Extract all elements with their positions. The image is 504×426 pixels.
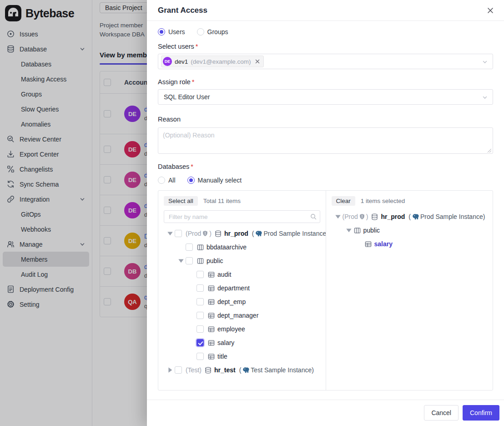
tree-item-label: public [207, 257, 223, 264]
schema-icon [197, 243, 204, 251]
chevron-down-icon [482, 94, 488, 101]
target-tree-item-salary[interactable]: salary [332, 237, 488, 251]
target-tree-item-public[interactable]: public [332, 223, 488, 237]
database-icon [214, 230, 222, 238]
schema-icon [353, 227, 361, 234]
total-items-count: Total 11 items [203, 198, 241, 204]
shield-icon [202, 230, 208, 237]
reason-field-wrap [158, 127, 493, 156]
tree-checkbox[interactable] [197, 298, 204, 305]
database-transfer: Select all Total 11 items (Prod)hr_prod(… [158, 190, 493, 390]
clear-button[interactable]: Clear [332, 196, 355, 206]
source-database-tree: (Prod)hr_prod(Prod Sample Instance)bbdat… [164, 227, 320, 377]
tree-checkbox[interactable] [197, 339, 204, 346]
tree-item-label: department [217, 284, 250, 292]
principal-radio-groups[interactable]: Groups [197, 28, 228, 36]
scope-radio-manually-select[interactable]: Manually select [187, 177, 242, 184]
scope-radio-all[interactable]: All [158, 177, 176, 184]
target-panel: Clear 1 items selected (Prod)hr_prod(Pro… [326, 191, 493, 390]
radio-label: Manually select [198, 177, 242, 184]
radio-label: All [168, 177, 176, 184]
table-icon [207, 284, 215, 292]
tree-checkbox[interactable] [197, 325, 204, 333]
tree-item-label: hr_test [214, 366, 236, 374]
caret-down-icon[interactable] [333, 212, 343, 221]
caret-down-icon[interactable] [176, 256, 186, 265]
radio-dot-icon [197, 28, 204, 36]
instance-tag: (Test Sample Instance) [239, 366, 314, 374]
table-icon [207, 298, 215, 306]
assign-role-value: SQL Editor User [161, 93, 210, 101]
remove-user-icon[interactable] [255, 59, 260, 64]
resize-handle-icon[interactable] [487, 148, 492, 153]
cancel-button[interactable]: Cancel [424, 405, 459, 421]
assign-role-select[interactable]: SQL Editor User [158, 89, 493, 105]
source-panel: Select all Total 11 items (Prod)hr_prod(… [158, 191, 326, 390]
database-icon [204, 366, 212, 374]
postgres-icon [255, 230, 262, 237]
tree-checkbox[interactable] [186, 257, 193, 264]
source-tree-item-department[interactable]: department [164, 281, 320, 295]
tree-item-label: salary [217, 339, 234, 346]
instance-tag: (Prod Sample Instance) [408, 213, 485, 220]
filter-by-name-input[interactable] [164, 210, 320, 223]
database-icon [371, 213, 378, 221]
source-tree-item-dept-emp[interactable]: dept_emp [164, 295, 320, 309]
tree-item-label: bbdataarchive [207, 243, 247, 251]
source-tree-item-hr-prod[interactable]: (Prod)hr_prod(Prod Sample Instance) [164, 227, 320, 240]
tree-item-label: dept_emp [217, 298, 246, 305]
caret-down-icon[interactable] [344, 226, 353, 235]
postgres-icon [242, 367, 249, 374]
environment-tag: (Prod) [186, 230, 212, 237]
target-tree-item-hr-prod[interactable]: (Prod)hr_prod(Prod Sample Instance) [332, 210, 488, 223]
environment-tag: (Prod) [343, 213, 368, 220]
source-tree-item-public[interactable]: public [164, 254, 320, 268]
select-users-label: Select users* [158, 43, 493, 50]
selected-items-count: 1 items selected [361, 198, 405, 204]
grant-access-modal: Grant Access UsersGroups Select users* D… [147, 0, 504, 426]
databases-label: Databases* [158, 163, 493, 170]
select-users-input[interactable]: DE dev1 (dev1@example.com) [158, 54, 493, 69]
tree-checkbox[interactable] [175, 366, 182, 374]
caret-down-icon[interactable] [166, 229, 175, 238]
tree-checkbox[interactable] [197, 312, 204, 319]
table-icon [207, 271, 215, 279]
avatar: DE [163, 57, 172, 66]
modal-footer: Cancel Confirm [147, 400, 504, 426]
source-tree-item-hr-test[interactable]: (Test)hr_test(Test Sample Instance) [164, 363, 320, 377]
schema-icon [197, 257, 204, 265]
tree-item-label: hr_prod [381, 213, 405, 220]
tree-checkbox[interactable] [197, 353, 204, 360]
source-tree-item-title[interactable]: title [164, 350, 320, 363]
source-tree-item-dept-manager[interactable]: dept_manager [164, 309, 320, 322]
source-tree-item-employee[interactable]: employee [164, 322, 320, 336]
close-icon[interactable] [486, 6, 495, 15]
tree-checkbox[interactable] [197, 284, 204, 292]
table-icon [207, 312, 215, 320]
assign-role-label: Assign role* [158, 78, 493, 86]
radio-dot-icon [158, 28, 165, 36]
principal-radio-users[interactable]: Users [158, 28, 185, 36]
tree-checkbox[interactable] [197, 271, 204, 278]
tree-item-label: salary [374, 240, 393, 248]
tree-item-label: hr_prod [224, 230, 248, 237]
postgres-icon [412, 213, 419, 220]
tree-checkbox[interactable] [186, 243, 193, 251]
source-tree-item-salary[interactable]: salary [164, 336, 320, 350]
confirm-button[interactable]: Confirm [463, 405, 499, 421]
instance-name: Prod Sample Instance) [263, 230, 325, 237]
tree-item-label: audit [217, 271, 231, 278]
tree-checkbox[interactable] [175, 230, 182, 237]
environment-tag: (Test) [186, 366, 202, 374]
source-tree-item-audit[interactable]: audit [164, 268, 320, 281]
selected-user-chip: DE dev1 (dev1@example.com) [161, 56, 264, 67]
radio-label: Groups [207, 28, 228, 36]
instance-tag: (Prod Sample Instance) [252, 230, 326, 237]
radio-dot-icon [187, 177, 195, 184]
target-database-tree: (Prod)hr_prod(Prod Sample Instance)publi… [332, 210, 488, 251]
caret-right-icon[interactable] [166, 365, 175, 375]
source-tree-item-bbdataarchive[interactable]: bbdataarchive [164, 240, 320, 254]
select-all-button[interactable]: Select all [164, 196, 198, 206]
reason-textarea[interactable] [158, 127, 493, 154]
radio-dot-icon [158, 177, 165, 184]
